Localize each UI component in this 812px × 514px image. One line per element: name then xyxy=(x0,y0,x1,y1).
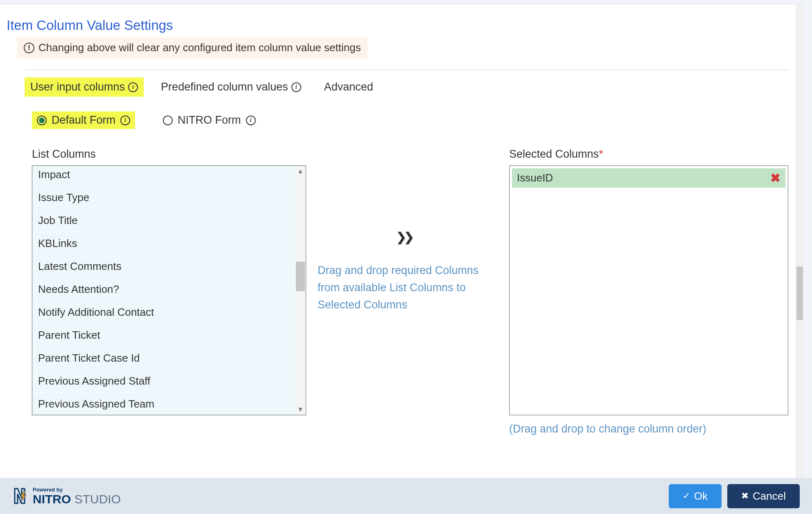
required-asterisk: * xyxy=(599,148,603,160)
radio-label: Default Form xyxy=(52,114,115,127)
info-icon[interactable]: i xyxy=(128,82,138,92)
alert-icon: ! xyxy=(24,43,34,53)
tab-user-input-columns[interactable]: User input columns i xyxy=(25,77,144,97)
list-columns-label: List Columns xyxy=(32,148,306,161)
scroll-up-icon[interactable]: ▲ xyxy=(297,166,304,177)
list-item[interactable]: Previous Assigned Team xyxy=(32,393,295,415)
list-item[interactable]: Impact xyxy=(32,165,295,186)
scroll-down-icon[interactable]: ▼ xyxy=(297,404,304,415)
tab-label: User input columns xyxy=(30,81,125,93)
close-icon: ✖ xyxy=(741,491,749,501)
selected-columns-label-text: Selected Columns xyxy=(509,148,599,160)
check-icon: ✓ xyxy=(683,491,690,501)
reorder-help-text: (Drag and drop to change column order) xyxy=(509,423,788,435)
drag-drop-help-text: Drag and drop required Columns from avai… xyxy=(318,262,498,314)
footer-bar: Powered by NITRO STUDIO ✓ Ok ✖ Cancel xyxy=(0,478,812,514)
info-icon[interactable]: i xyxy=(291,82,301,92)
ok-button-label: Ok xyxy=(694,490,708,503)
nitro-logo-icon xyxy=(12,487,29,505)
selected-columns-label: Selected Columns* xyxy=(509,148,788,161)
radio-indicator xyxy=(37,115,47,125)
tab-advanced[interactable]: Advanced xyxy=(318,77,379,97)
list-item[interactable]: Parent Ticket xyxy=(32,324,295,347)
move-right-button[interactable]: ❯❯ xyxy=(396,230,498,244)
selected-columns-listbox[interactable]: IssueID ✖ xyxy=(509,165,788,415)
warning-banner: ! Changing above will clear any configur… xyxy=(17,37,368,58)
list-item[interactable]: Issue Type xyxy=(32,186,295,209)
list-item[interactable]: Parent Ticket Case Id xyxy=(32,347,295,370)
brand-name: NITRO STUDIO xyxy=(33,493,121,505)
tabs-row: User input columns i Predefined column v… xyxy=(25,77,800,97)
tab-predefined-column-values[interactable]: Predefined column values i xyxy=(155,77,307,97)
available-columns-listbox[interactable]: HiddenStatus Impact Issue Type Job Title… xyxy=(32,165,306,415)
listbox-scrollbar[interactable]: ▲ ▼ xyxy=(295,166,306,415)
divider xyxy=(25,70,788,70)
radio-default-form[interactable]: Default Form i xyxy=(32,111,135,129)
list-item[interactable]: Latest Comments xyxy=(32,255,295,278)
cancel-button-label: Cancel xyxy=(753,490,786,503)
info-icon[interactable]: i xyxy=(120,115,130,125)
list-item[interactable]: Previous Assigned Staff xyxy=(32,370,295,393)
radio-label: NITRO Form xyxy=(178,114,241,127)
tab-label: Advanced xyxy=(324,81,373,93)
form-type-radio-group: Default Form i NITRO Form i xyxy=(32,111,800,129)
radio-nitro-form[interactable]: NITRO Form i xyxy=(158,111,261,129)
list-item[interactable]: KBLinks xyxy=(32,232,295,255)
cancel-button[interactable]: ✖ Cancel xyxy=(727,484,800,508)
warning-text: Changing above will clear any configured… xyxy=(38,41,361,54)
list-item[interactable]: Job Title xyxy=(32,209,295,232)
tab-label: Predefined column values xyxy=(161,81,288,93)
ok-button[interactable]: ✓ Ok xyxy=(669,484,722,508)
nitro-studio-logo: Powered by NITRO STUDIO xyxy=(12,487,121,505)
scroll-thumb[interactable] xyxy=(296,262,305,291)
selected-item-label: IssueID xyxy=(517,172,553,184)
radio-indicator xyxy=(163,115,173,125)
info-icon[interactable]: i xyxy=(246,115,256,125)
list-item[interactable]: Needs Attention? xyxy=(32,278,295,301)
page-scrollbar-thumb[interactable] xyxy=(796,267,803,320)
list-item[interactable]: Notify Additional Contact xyxy=(32,301,295,324)
section-title: Item Column Value Settings xyxy=(7,18,800,33)
selected-item[interactable]: IssueID ✖ xyxy=(512,168,785,188)
page-scrollbar-track[interactable] xyxy=(796,5,804,480)
powered-by-label: Powered by xyxy=(33,487,121,492)
remove-icon[interactable]: ✖ xyxy=(770,171,780,185)
